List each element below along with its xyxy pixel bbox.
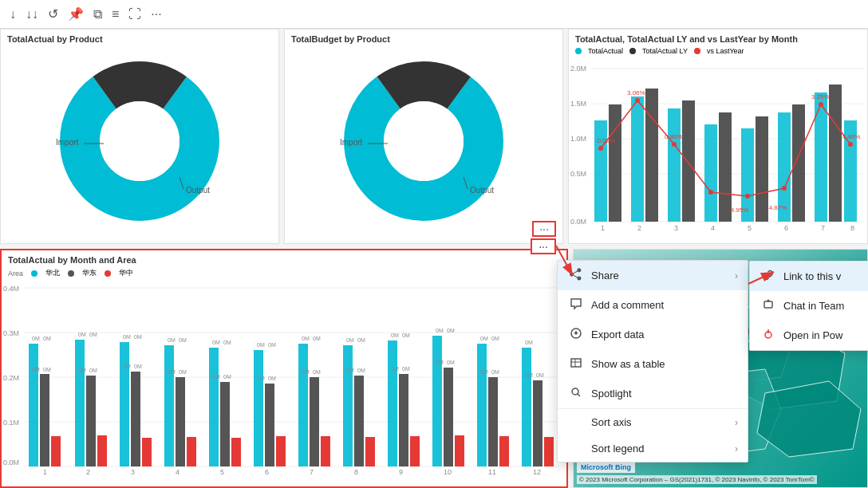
- svg-rect-130: [410, 436, 420, 466]
- spotlight-icon: [569, 386, 583, 401]
- svg-text:0M: 0M: [123, 364, 131, 369]
- svg-rect-87: [131, 372, 140, 466]
- svg-rect-26: [631, 96, 644, 222]
- svg-rect-122: [354, 376, 364, 466]
- menu-item-export[interactable]: Export data: [558, 320, 748, 349]
- svg-text:0M: 0M: [223, 340, 231, 345]
- submenu-item-link[interactable]: Link to this v: [750, 262, 868, 291]
- svg-rect-72: [29, 344, 38, 466]
- svg-rect-129: [399, 374, 408, 466]
- svg-text:0M: 0M: [480, 336, 488, 341]
- svg-rect-116: [321, 436, 330, 466]
- toolbar-icon-expand[interactable]: ⛶: [128, 7, 141, 22]
- svg-point-43: [745, 194, 750, 199]
- menu-item-spotlight[interactable]: Spotlight: [558, 379, 748, 408]
- more-options-button[interactable]: ···: [531, 238, 556, 254]
- menu-item-sort-legend[interactable]: Sort legend ›: [558, 435, 748, 462]
- svg-text:0M: 0M: [212, 374, 220, 380]
- svg-text:0.5M: 0.5M: [570, 170, 586, 178]
- toolbar-icon-downdown[interactable]: ↓↓: [26, 7, 38, 22]
- power-icon: [761, 328, 775, 343]
- svg-rect-31: [719, 112, 732, 222]
- svg-text:3.06%: 3.06%: [627, 89, 645, 96]
- toolbar-icon-list[interactable]: ≡: [112, 7, 119, 22]
- menu-item-share[interactable]: Share ›: [558, 261, 748, 290]
- svg-text:5: 5: [220, 468, 224, 476]
- svg-rect-37: [829, 85, 842, 222]
- svg-text:0M: 0M: [313, 369, 321, 375]
- svg-rect-142: [477, 344, 487, 466]
- svg-point-182: [572, 388, 578, 395]
- svg-text:Import: Import: [56, 138, 79, 147]
- svg-text:0M: 0M: [134, 364, 142, 369]
- menu-item-sort-axis[interactable]: Sort axis ›: [558, 409, 748, 435]
- svg-rect-102: [231, 438, 241, 466]
- svg-text:Output: Output: [186, 186, 210, 195]
- svg-point-185: [767, 300, 770, 302]
- svg-text:3: 3: [131, 468, 135, 476]
- svg-text:9: 9: [399, 468, 403, 476]
- svg-text:0M: 0M: [447, 328, 455, 333]
- svg-text:0.4M: 0.4M: [3, 285, 19, 293]
- svg-rect-88: [142, 438, 152, 466]
- menu-item-sort-legend-label: Sort legend: [591, 443, 645, 455]
- svg-text:4: 4: [711, 224, 715, 232]
- visual-more-button[interactable]: ···: [532, 221, 556, 237]
- svg-text:0M: 0M: [168, 369, 176, 375]
- svg-text:0M: 0M: [491, 336, 499, 341]
- toolbar-icon-refresh[interactable]: ↺: [48, 6, 58, 22]
- svg-rect-107: [254, 350, 263, 466]
- menu-item-add-comment[interactable]: Add a comment: [558, 290, 748, 320]
- svg-rect-79: [75, 340, 85, 466]
- svg-point-40: [635, 98, 640, 103]
- svg-rect-35: [792, 104, 805, 222]
- svg-rect-74: [51, 436, 61, 466]
- svg-rect-108: [265, 384, 274, 466]
- svg-point-45: [819, 102, 823, 107]
- svg-text:0.2M: 0.2M: [3, 374, 19, 382]
- toolbar-icon-copy[interactable]: ⧉: [93, 7, 102, 22]
- submenu-item-power[interactable]: Open in Pow: [750, 321, 868, 350]
- svg-rect-151: [544, 437, 554, 466]
- svg-text:0M: 0M: [43, 367, 51, 372]
- svg-text:7: 7: [821, 224, 825, 232]
- svg-text:0M: 0M: [268, 376, 276, 381]
- svg-text:0M: 0M: [89, 332, 97, 337]
- svg-text:2: 2: [86, 468, 90, 476]
- svg-text:0M: 0M: [391, 333, 399, 338]
- svg-point-9: [384, 101, 464, 181]
- svg-rect-81: [97, 435, 107, 466]
- svg-rect-121: [343, 345, 353, 466]
- menu-item-spotlight-label: Spotlight: [591, 388, 632, 399]
- svg-rect-25: [609, 104, 621, 222]
- svg-rect-114: [298, 344, 308, 466]
- svg-text:0M: 0M: [268, 342, 276, 348]
- svg-text:-4.87%: -4.87%: [767, 204, 787, 211]
- svg-rect-93: [164, 345, 174, 466]
- svg-rect-143: [488, 377, 498, 466]
- svg-text:6: 6: [265, 468, 269, 476]
- svg-text:2: 2: [637, 224, 641, 232]
- toolbar-icon-pin[interactable]: 📌: [68, 6, 84, 22]
- svg-point-39: [598, 146, 603, 151]
- linebar-chart-svg: 2.0M 1.5M 1.0M 0.5M 0.0M: [569, 57, 866, 232]
- svg-text:0M: 0M: [32, 367, 40, 372]
- svg-text:0M: 0M: [525, 340, 533, 345]
- svg-text:1.5M: 1.5M: [570, 100, 586, 108]
- svg-text:0M: 0M: [123, 334, 131, 340]
- svg-rect-179: [571, 359, 581, 367]
- submenu-item-power-label: Open in Pow: [783, 329, 842, 341]
- donut-panel-2: TotalBudget by Product Import Output ···: [284, 29, 563, 244]
- menu-item-show-table[interactable]: Show as a table: [558, 349, 748, 379]
- toolbar-icon-more[interactable]: ···: [151, 7, 161, 22]
- svg-rect-30: [704, 124, 717, 222]
- bottom-bar-chart-svg: 0.4M 0.3M 0.2M 0.1M 0.0M 0M 0M 0M 0M 0: [2, 280, 565, 479]
- submenu-item-teams[interactable]: Chat in Team: [750, 291, 868, 321]
- svg-text:Output: Output: [470, 186, 494, 195]
- svg-rect-28: [668, 108, 681, 222]
- svg-text:0M: 0M: [402, 366, 410, 372]
- svg-text:0M: 0M: [357, 368, 365, 373]
- svg-text:6: 6: [784, 224, 788, 232]
- svg-point-46: [848, 142, 853, 147]
- toolbar-icon-down[interactable]: ↓: [10, 7, 16, 22]
